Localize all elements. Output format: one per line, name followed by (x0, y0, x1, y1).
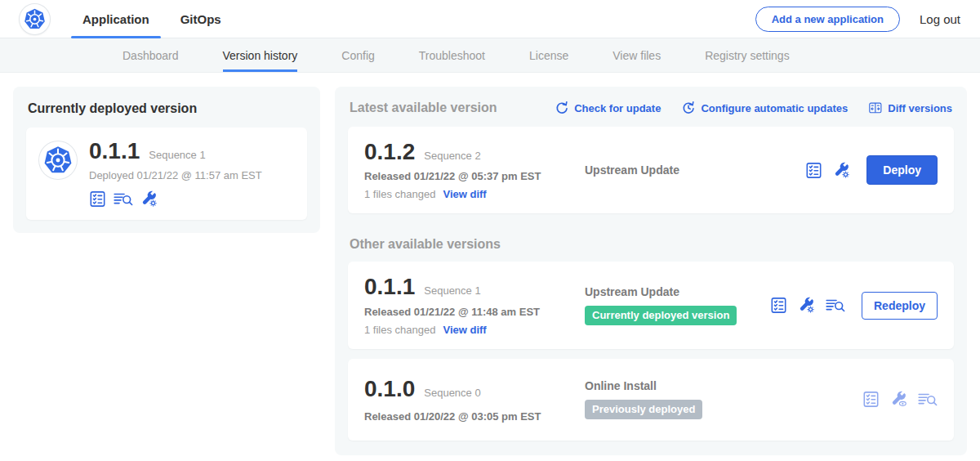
refresh-icon (555, 101, 568, 114)
preflight-checks-icon[interactable] (862, 391, 880, 408)
subnav-tab-dashboard[interactable]: Dashboard (122, 38, 179, 72)
subnav-tab-version-history[interactable]: Version history (223, 38, 298, 72)
main-content: Currently deployed version 0.1.1 Sequenc… (0, 73, 980, 461)
version-actions: Redeploy (770, 292, 938, 320)
tab-gitops[interactable]: GitOps (169, 0, 233, 38)
topnav-right: Add a new application Log out (755, 7, 960, 32)
config-wrench-gear-icon[interactable] (140, 190, 158, 208)
check-for-update-label: Check for update (574, 102, 661, 114)
deployed-card-body: 0.1.1 Sequence 1 Deployed 01/21/22 @ 11:… (89, 139, 262, 208)
diff-versions-link[interactable]: Diff versions (869, 101, 952, 114)
version-source: Upstream Update Currently deployed versi… (570, 285, 770, 325)
diff-icon (869, 101, 882, 114)
diff-versions-label: Diff versions (888, 102, 952, 114)
header-actions: Check for update Configure automatic upd… (555, 101, 952, 114)
config-wrench-gear-icon[interactable] (833, 162, 850, 179)
sequence-label: Sequence 2 (424, 150, 480, 162)
app-logo-icon (39, 141, 77, 179)
version-label: 0.1.1 (364, 275, 415, 298)
check-for-update-link[interactable]: Check for update (555, 101, 661, 114)
latest-available-title: Latest available version (350, 101, 497, 115)
configure-updates-label: Configure automatic updates (701, 102, 848, 114)
config-wrench-gear-icon[interactable] (798, 297, 815, 314)
deployed-actions (89, 190, 262, 208)
preflight-checks-icon[interactable] (770, 297, 787, 314)
version-info: 0.1.2 Sequence 2 Released 01/21/22 @ 05:… (364, 140, 570, 200)
latest-header: Latest available version Check for updat… (348, 97, 954, 117)
deployed-timestamp: Deployed 01/21/22 @ 11:57 am EST (89, 169, 262, 181)
subnav-tab-license[interactable]: License (529, 38, 568, 72)
version-label: 0.1.2 (364, 140, 415, 163)
released-timestamp: Released 01/21/22 @ 11:48 am EST (364, 306, 570, 318)
version-actions (862, 391, 938, 408)
files-changed-label: 1 files changed (364, 324, 435, 336)
version-info: 0.1.0 Sequence 0 Released 01/20/22 @ 03:… (364, 377, 570, 423)
view-diff-link[interactable]: View diff (443, 188, 486, 200)
source-label: Upstream Update (585, 285, 770, 298)
deploy-logs-icon[interactable] (114, 190, 133, 208)
sequence-label: Sequence 0 (424, 387, 480, 399)
version-source: Upstream Update (570, 163, 805, 177)
subnav-tab-registry-settings[interactable]: Registry settings (705, 38, 789, 72)
source-label: Upstream Update (585, 163, 805, 177)
configure-automatic-updates-link[interactable]: Configure automatic updates (682, 101, 848, 114)
released-timestamp: Released 01/21/22 @ 05:37 pm EST (364, 170, 570, 182)
version-info: 0.1.1 Sequence 1 Released 01/21/22 @ 11:… (364, 275, 570, 335)
version-card-0-1-1: 0.1.1 Sequence 1 Released 01/21/22 @ 11:… (348, 262, 954, 348)
subnav-tab-config[interactable]: Config (341, 38, 374, 72)
preflight-checks-icon[interactable] (89, 190, 106, 208)
app-sub-nav: Dashboard Version history Config Trouble… (0, 38, 980, 73)
currently-deployed-badge: Currently deployed version (585, 306, 737, 325)
subnav-tab-view-files[interactable]: View files (612, 38, 661, 72)
auto-update-clock-icon (682, 101, 695, 114)
previously-deployed-badge: Previously deployed (585, 400, 702, 419)
currently-deployed-panel: Currently deployed version 0.1.1 Sequenc… (13, 87, 320, 233)
available-versions-panel: Latest available version Check for updat… (335, 87, 967, 455)
files-changed-label: 1 files changed (364, 188, 435, 200)
app-tabs: Application GitOps (71, 0, 241, 38)
version-card-0-1-0: 0.1.0 Sequence 0 Released 01/20/22 @ 03:… (348, 359, 954, 441)
currently-deployed-title: Currently deployed version (28, 101, 305, 116)
version-source: Online Install Previously deployed (570, 379, 862, 419)
other-versions-title: Other available versions (350, 237, 952, 252)
deployed-version-label: 0.1.1 (89, 139, 140, 163)
tab-application[interactable]: Application (71, 0, 161, 38)
preflight-checks-icon[interactable] (805, 162, 822, 179)
redeploy-button[interactable]: Redeploy (862, 292, 938, 320)
currently-deployed-card: 0.1.1 Sequence 1 Deployed 01/21/22 @ 11:… (26, 128, 307, 220)
version-label: 0.1.0 (364, 377, 415, 401)
top-nav: Application GitOps Add a new application… (0, 0, 980, 38)
version-card-0-1-2: 0.1.2 Sequence 2 Released 01/21/22 @ 05:… (348, 127, 954, 213)
deploy-button[interactable]: Deploy (866, 155, 938, 185)
deploy-logs-icon[interactable] (826, 297, 845, 314)
config-wrench-eye-icon[interactable] (890, 391, 907, 408)
released-timestamp: Released 01/20/22 @ 03:05 pm EST (364, 410, 570, 423)
deploy-logs-icon[interactable] (918, 391, 938, 408)
deployed-sequence-label: Sequence 1 (149, 149, 205, 161)
add-application-button[interactable]: Add a new application (755, 7, 900, 32)
sequence-label: Sequence 1 (424, 284, 480, 297)
source-label: Online Install (585, 379, 862, 392)
subnav-tab-troubleshoot[interactable]: Troubleshoot (419, 38, 485, 72)
view-diff-link[interactable]: View diff (443, 324, 486, 336)
version-actions: Deploy (805, 155, 938, 185)
kubernetes-logo (20, 4, 50, 34)
logout-link[interactable]: Log out (920, 12, 960, 26)
